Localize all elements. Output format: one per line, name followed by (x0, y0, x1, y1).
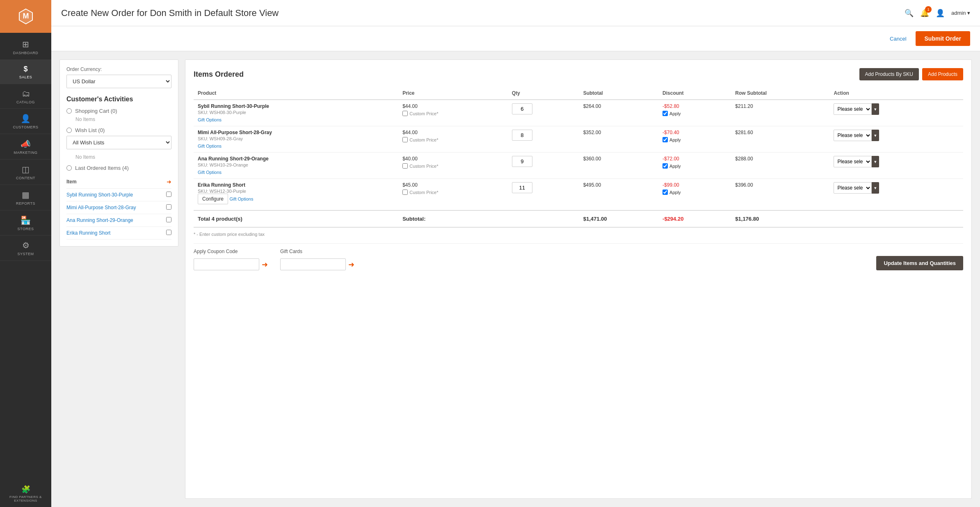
sidebar-item-catalog[interactable]: 🗂 CATALOG (0, 84, 51, 109)
sidebar-item-dashboard[interactable]: ⊞ DASHBOARD (0, 34, 51, 60)
shopping-cart-radio[interactable] (66, 108, 72, 114)
header-buttons: Add Products By SKU Add Products (859, 68, 963, 80)
sidebar-item-system[interactable]: ⚙ SYSTEM (0, 235, 51, 261)
action-dropdown-button[interactable]: ▾ (872, 156, 879, 167)
apply-label: Apply (669, 164, 681, 169)
sidebar-item-label-catalog: CATALOG (16, 100, 35, 105)
qty-cell (508, 126, 579, 153)
stores-icon: 🏪 (21, 215, 31, 225)
action-dropdown-button[interactable]: ▾ (872, 103, 879, 115)
sidebar-item-label-customers: CUSTOMERS (13, 125, 39, 130)
col-action: Action (829, 87, 963, 100)
coupon-input[interactable] (194, 258, 259, 270)
ordered-item-checkbox[interactable] (166, 204, 171, 210)
apply-checkbox[interactable] (662, 137, 668, 142)
currency-select[interactable]: US Dollar (66, 75, 171, 88)
ordered-item-name: Erika Running Short (66, 230, 110, 236)
cancel-button[interactable]: Cancel (885, 33, 911, 44)
items-table-header: Item ➜ (66, 175, 171, 189)
sidebar-item-reports[interactable]: ▦ REPORTS (0, 185, 51, 210)
action-select[interactable]: Please sele (834, 103, 872, 115)
ordered-item-check[interactable] (166, 217, 171, 224)
action-cell: Please sele ▾ (829, 126, 963, 153)
reports-icon: ▦ (22, 190, 30, 200)
action-cell: Please sele ▾ (829, 100, 963, 126)
submit-order-button[interactable]: Submit Order (916, 31, 970, 46)
action-dropdown-button[interactable]: ▾ (872, 130, 879, 141)
ordered-item-row: Ana Running Short-29-Orange (66, 214, 171, 227)
sidebar-item-customers[interactable]: 👤 CUSTOMERS (0, 109, 51, 134)
custom-price-checkbox[interactable] (402, 111, 408, 116)
product-row-subtotal: $288.00 (735, 156, 753, 162)
row-subtotal-cell: $288.00 (731, 153, 829, 179)
products-tbody: Sybil Running Short-30-Purple SKU: WSH08… (194, 100, 963, 210)
product-subtotal: $264.00 (583, 103, 601, 109)
product-discount: -$70.40 (662, 130, 727, 135)
sidebar-item-sales[interactable]: $ SALES (0, 60, 51, 84)
custom-price-note: * - Enter custom price excluding tax (194, 232, 963, 237)
custom-price-checkbox[interactable] (402, 190, 408, 195)
action-dropdown: Please sele ▾ (834, 156, 959, 167)
gift-cards-field-row: ➜ (280, 258, 354, 270)
add-products-by-sku-button[interactable]: Add Products By SKU (859, 68, 919, 80)
gift-options-link[interactable]: Gift Options (198, 144, 222, 148)
gift-cards-label: Gift Cards (280, 249, 354, 254)
sidebar-item-marketing[interactable]: 📣 MARKETING (0, 134, 51, 160)
currency-label: Order Currency: (66, 66, 171, 72)
ordered-item-checkbox[interactable] (166, 230, 171, 235)
gift-cards-input[interactable] (280, 258, 346, 270)
ordered-item-check[interactable] (166, 230, 171, 236)
gift-options-link[interactable]: Gift Options (198, 117, 222, 122)
coupon-apply-button[interactable]: ➜ (262, 260, 268, 269)
action-select[interactable]: Please sele (834, 130, 872, 141)
apply-checkbox[interactable] (662, 190, 668, 195)
sidebar-item-content[interactable]: ◫ CONTENT (0, 160, 51, 185)
discount-cell: -$72.00 Apply (658, 153, 731, 179)
ordered-item-row: Erika Running Short (66, 227, 171, 240)
ordered-item-checkbox[interactable] (166, 217, 171, 222)
product-price: $44.00 (402, 103, 504, 109)
gift-cards-apply-button[interactable]: ➜ (348, 260, 354, 269)
qty-input[interactable] (512, 130, 532, 141)
col-qty: Qty (508, 87, 579, 100)
qty-input[interactable] (512, 182, 532, 193)
item-column-header: Item (66, 179, 77, 185)
custom-price-checkbox[interactable] (402, 137, 408, 142)
customers-icon: 👤 (21, 114, 31, 123)
apply-checkbox[interactable] (662, 111, 668, 116)
sidebar-item-extensions[interactable]: 🧩 FIND PARTNERS & EXTENSIONS (0, 481, 51, 507)
action-select[interactable]: Please sele (834, 182, 872, 194)
sidebar-item-stores[interactable]: 🏪 STORES (0, 210, 51, 236)
wish-list-radio-group: Wish List (0) (66, 127, 171, 133)
wish-list-radio[interactable] (66, 128, 72, 133)
gift-options-link[interactable]: Gift Options (198, 170, 222, 175)
admin-user-icon: 👤 (936, 9, 945, 18)
dashboard-icon: ⊞ (22, 39, 29, 49)
admin-label[interactable]: admin ▾ (951, 10, 970, 16)
coupon-label: Apply Coupon Code (194, 249, 268, 254)
product-cell: Ana Running Short-29-Orange SKU: WSH10-2… (194, 153, 398, 179)
ordered-item-check[interactable] (166, 192, 171, 198)
qty-input[interactable] (512, 156, 532, 167)
action-select[interactable]: Please sele (834, 156, 872, 167)
update-items-button[interactable]: Update Items and Quantities (876, 256, 963, 270)
search-icon[interactable]: 🔍 (905, 9, 914, 18)
row-subtotal-cell: $211.20 (731, 100, 829, 126)
product-sku: SKU: WSH08-30-Purple (198, 110, 394, 115)
apply-checkbox[interactable] (662, 163, 668, 169)
topbar-actions: 🔍 🔔 1 👤 admin ▾ (905, 9, 970, 18)
custom-price-checkbox[interactable] (402, 163, 408, 169)
action-dropdown-button[interactable]: ▾ (872, 182, 879, 194)
discount-cell: -$99.00 Apply (658, 179, 731, 211)
add-products-button[interactable]: Add Products (922, 68, 963, 80)
gift-options-link[interactable]: Gift Options (229, 196, 253, 201)
svg-text:M: M (23, 12, 29, 20)
qty-input[interactable] (512, 103, 532, 114)
ordered-item-check[interactable] (166, 204, 171, 211)
notifications-icon[interactable]: 🔔 1 (920, 9, 929, 18)
configure-button[interactable]: Configure (198, 194, 228, 204)
wish-list-select[interactable]: All Wish Lists (66, 136, 171, 149)
last-ordered-radio[interactable] (66, 165, 72, 171)
product-row-subtotal: $396.00 (735, 182, 753, 188)
ordered-item-checkbox[interactable] (166, 192, 171, 197)
